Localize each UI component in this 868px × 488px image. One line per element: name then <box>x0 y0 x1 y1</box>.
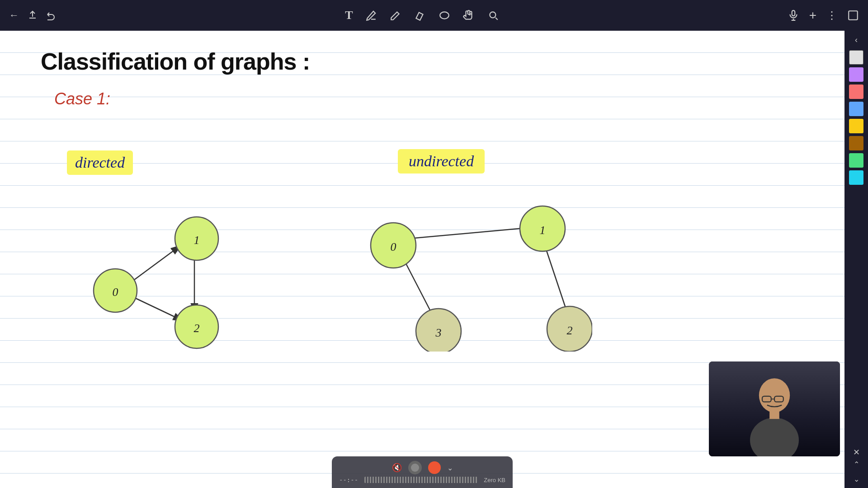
svg-text:3: 3 <box>435 326 442 339</box>
recording-bar: 🔇 ⌄ --:-- Zero KB <box>332 456 513 488</box>
svg-text:2: 2 <box>194 322 200 335</box>
svg-text:1: 1 <box>194 234 200 247</box>
rec-size: Zero KB <box>484 477 505 483</box>
svg-rect-2 <box>792 10 795 16</box>
magnify-tool[interactable] <box>487 9 499 21</box>
pencil-tool[interactable] <box>390 9 401 21</box>
more-button[interactable]: ⋮ <box>826 9 837 22</box>
svg-line-7 <box>129 295 183 321</box>
color-swatch-blue[interactable] <box>849 102 863 116</box>
rec-waveform <box>364 477 477 483</box>
toolbar: ← T <box>0 0 868 31</box>
sidebar-collapse-icon[interactable]: ‹ <box>855 35 858 45</box>
eraser-tool[interactable] <box>414 9 426 21</box>
undo-button[interactable] <box>46 10 57 21</box>
directed-label: directed <box>67 150 133 175</box>
svg-text:0: 0 <box>391 240 396 253</box>
rec-time: --:-- <box>339 476 358 483</box>
right-sidebar: ‹ ✕ ⌃ ⌄ <box>844 31 868 488</box>
pen-tool[interactable] <box>365 9 377 21</box>
canvas-area: Classification of graphs : Case 1: direc… <box>0 31 844 488</box>
main-wrapper: Classification of graphs : Case 1: direc… <box>0 31 868 488</box>
text-tool[interactable]: T <box>345 9 353 22</box>
sidebar-close-icon[interactable]: ✕ <box>853 447 860 457</box>
toolbar-right: + ⋮ <box>788 8 859 23</box>
color-swatch-yellow[interactable] <box>849 119 863 133</box>
notebook-page: Classification of graphs : Case 1: direc… <box>0 31 844 488</box>
record-button[interactable] <box>428 461 441 474</box>
sidebar-scroll-up[interactable]: ⌃ <box>854 460 859 469</box>
mic-button[interactable] <box>788 9 799 21</box>
svg-text:2: 2 <box>567 324 573 337</box>
svg-point-25 <box>759 378 790 413</box>
color-swatch-cyan[interactable] <box>849 170 863 185</box>
svg-rect-30 <box>769 411 779 419</box>
directed-graph: 0 1 2 <box>27 198 298 352</box>
svg-text:1: 1 <box>540 224 546 237</box>
svg-point-29 <box>750 418 799 457</box>
color-swatch-white[interactable] <box>849 50 863 65</box>
toolbar-left: ← <box>9 9 57 21</box>
toolbar-center: T <box>66 9 778 22</box>
pages-button[interactable] <box>847 9 859 21</box>
rec-top-row: 🔇 ⌄ <box>339 461 505 474</box>
hand-tool[interactable] <box>463 9 475 21</box>
svg-marker-0 <box>416 13 423 20</box>
svg-rect-3 <box>849 11 858 20</box>
rec-bottom-row: --:-- Zero KB <box>339 476 505 483</box>
svg-line-14 <box>409 227 533 239</box>
sidebar-scroll-down[interactable]: ⌄ <box>854 475 859 483</box>
page-title: Classification of graphs : <box>41 48 310 75</box>
svg-line-5 <box>129 245 181 284</box>
lasso-tool[interactable] <box>439 9 450 21</box>
person-silhouette <box>729 375 820 456</box>
add-button[interactable]: + <box>809 8 816 23</box>
undirected-label: undirected <box>398 149 485 174</box>
color-swatch-brown[interactable] <box>849 136 863 150</box>
color-swatch-green[interactable] <box>849 153 863 168</box>
expand-chevron[interactable]: ⌄ <box>447 464 453 472</box>
color-swatch-red[interactable] <box>849 84 863 99</box>
svg-point-1 <box>440 12 449 19</box>
svg-text:0: 0 <box>113 286 118 299</box>
mute-icon[interactable]: 🔇 <box>392 463 402 473</box>
case-label: Case 1: <box>54 89 110 108</box>
color-swatch-purple[interactable] <box>849 67 863 82</box>
webcam-person <box>709 361 840 456</box>
back-button[interactable]: ← <box>9 9 19 21</box>
share-button[interactable] <box>27 10 38 21</box>
undirected-graph: 0 1 3 2 <box>339 198 592 352</box>
webcam-overlay <box>709 361 840 456</box>
